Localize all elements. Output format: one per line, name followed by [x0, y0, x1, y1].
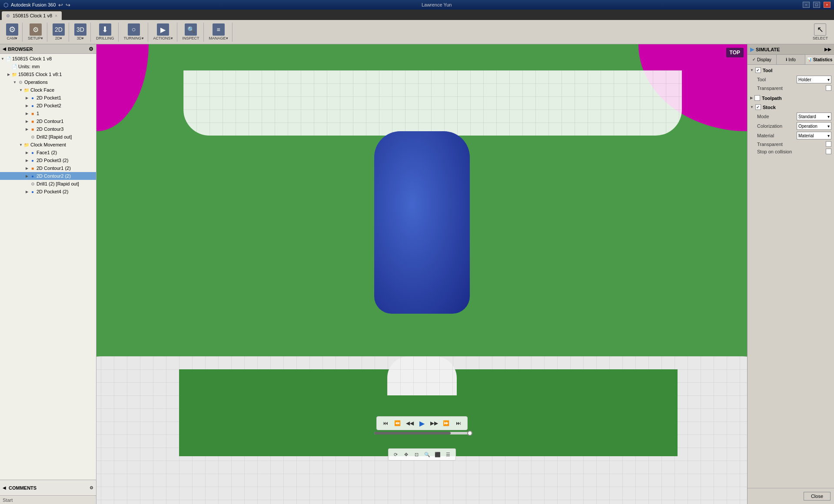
playback-prev-fast-button[interactable]: ⏪: [392, 418, 403, 428]
2d-icon: 2D: [53, 23, 65, 36]
tab-close-button[interactable]: ×: [55, 13, 57, 18]
tree-expand-pocket3[interactable]: ▶: [24, 158, 30, 163]
minimize-button[interactable]: −: [803, 2, 810, 8]
browser-collapse-icon[interactable]: ◀: [3, 46, 6, 51]
select-button[interactable]: ↖ SELECT: [810, 23, 831, 41]
drilling-button[interactable]: ⬇ DRILLING: [93, 23, 117, 41]
comments-toggle-icon[interactable]: ◀: [3, 485, 6, 490]
toolpath-section-header[interactable]: ▶ Toolpath: [750, 95, 831, 101]
tree-expand-contour2_2[interactable]: ▶: [24, 173, 30, 179]
cam-button[interactable]: ⚙ CAM▾: [3, 23, 21, 41]
view-grid-button[interactable]: ☰: [443, 450, 453, 459]
main-tab[interactable]: ⚙ 150815 Clock 1 v8 ×: [2, 11, 62, 20]
browser-settings-icon[interactable]: ⚙: [89, 46, 93, 52]
tool-dropdown[interactable]: Holder ▾: [797, 76, 831, 83]
tree-expand-contour1_2[interactable]: ▶: [24, 166, 30, 171]
tree-expand-contour3[interactable]: ▶: [24, 126, 30, 132]
close-button[interactable]: Close: [804, 492, 831, 501]
tree-item-face1[interactable]: ▶●Face1 (2): [0, 149, 96, 156]
playback-buttons: ⏮ ⏪ ◀◀ ▶ ▶▶ ⏩ ⏭: [376, 416, 468, 430]
view-zoom-button[interactable]: 🔍: [422, 450, 432, 459]
playback-play-button[interactable]: ▶: [417, 418, 427, 428]
tool-transparent-checkbox[interactable]: [826, 85, 831, 91]
tree-expand-clock_face[interactable]: ▼: [18, 87, 23, 93]
tree-item-contour1[interactable]: ▶■1: [0, 109, 96, 117]
simulate-header-left: ▶ SIMULATE: [750, 46, 780, 53]
inspect-button[interactable]: 🔍 INSPECT: [180, 23, 202, 41]
playback-next-fast-button[interactable]: ⏩: [441, 418, 452, 428]
tree-icon-clock_movement: 📁: [23, 142, 30, 148]
tree-item-pocket4[interactable]: ▶●2D Pocket4 (2): [0, 188, 96, 196]
drilling-label: DRILLING: [96, 36, 114, 40]
tree-expand-clock1v81[interactable]: ▶: [6, 72, 11, 77]
turning-button[interactable]: ○ TURNING▾: [121, 23, 146, 41]
setup-button[interactable]: ⚙ SETUP▾: [25, 23, 46, 41]
tool-section-header[interactable]: ▼ ✓ Tool: [750, 67, 831, 73]
tree-item-ops_root[interactable]: ▼⚙Operations: [0, 78, 96, 86]
toolpath-section-checkbox[interactable]: [754, 95, 760, 101]
view-display-button[interactable]: ⬛: [433, 450, 442, 459]
tree-expand-drill_rapid[interactable]: [24, 134, 30, 139]
playback-prev-button[interactable]: ◀◀: [405, 418, 415, 428]
comments-settings-icon[interactable]: ⚙: [90, 485, 93, 490]
view-zoom-fit-button[interactable]: ⊡: [412, 450, 422, 459]
playback-slider[interactable]: [374, 432, 470, 434]
tree-item-contour1_2[interactable]: ▶■2D Contour1 (2): [0, 164, 96, 172]
stock-section-header[interactable]: ▼ ✓ Stock: [750, 104, 831, 110]
tree-item-drill2_rapid[interactable]: ⚙Drill1 (2) [Rapid out]: [0, 180, 96, 188]
tree-item-contour2_2[interactable]: ▶●2D Contour2 (2): [0, 172, 96, 180]
tree-item-pocket3[interactable]: ▶●2D Pocket3 (2): [0, 156, 96, 164]
tree-expand-face1[interactable]: ▶: [24, 150, 30, 155]
close-window-button[interactable]: ×: [824, 2, 831, 8]
stock-mode-dropdown[interactable]: Standard ▾: [797, 113, 831, 120]
view-orbit-button[interactable]: ⟳: [391, 450, 401, 459]
viewport[interactable]: TOP ⏮ ⏪ ◀◀ ▶ ▶▶ ⏩ ⏭ ⟳: [96, 44, 747, 504]
tree-item-drill_rapid[interactable]: ⚙Drill2 [Rapid out]: [0, 133, 96, 141]
tree-expand-drill2_rapid[interactable]: [24, 181, 30, 186]
tree-item-pocket2[interactable]: ▶●2D Pocket2: [0, 102, 96, 109]
tree-expand-root[interactable]: ▼: [0, 56, 5, 61]
restore-button[interactable]: □: [813, 2, 820, 8]
left-panel: ◀ BROWSER ⚙ ▼📄150815 Clock 1 v8 📄Units: …: [0, 44, 96, 504]
actions-button[interactable]: ▶ ACTIONS▾: [151, 23, 176, 41]
tree-item-contour2[interactable]: ▶■2D Contour1: [0, 117, 96, 125]
manage-button[interactable]: ≡ MANAGE▾: [206, 23, 231, 41]
manage-label: MANAGE▾: [209, 36, 228, 40]
stock-material-dropdown[interactable]: Material ▾: [797, 132, 831, 139]
playback-end-button[interactable]: ⏭: [453, 418, 464, 428]
tool-section-checkbox[interactable]: ✓: [755, 67, 761, 73]
tree-item-pocket1[interactable]: ▶●2D Pocket1: [0, 94, 96, 102]
tab-display[interactable]: ✓ Display: [748, 55, 777, 64]
stock-material-row: Material Material ▾: [750, 131, 831, 140]
view-pan-button[interactable]: ✥: [402, 450, 411, 459]
tree-expand-contour2[interactable]: ▶: [24, 119, 30, 124]
redo-icon[interactable]: ↪: [66, 2, 70, 8]
tree-item-contour3[interactable]: ▶■2D Contour3: [0, 125, 96, 133]
tree-expand-clock_movement[interactable]: ▼: [18, 142, 23, 147]
3d-button[interactable]: 3D 3D▾: [72, 23, 89, 41]
playback-start-button[interactable]: ⏮: [380, 418, 391, 428]
tree-expand-pocket1[interactable]: ▶: [24, 95, 30, 100]
stock-section-checkbox[interactable]: ✓: [755, 104, 761, 110]
tree-item-clock1v81[interactable]: ▶📁150815 Clock 1 v8:1: [0, 70, 96, 78]
tree-expand-pocket2[interactable]: ▶: [24, 103, 30, 108]
stop-collision-checkbox[interactable]: [826, 149, 831, 154]
2d-button[interactable]: 2D 2D▾: [50, 23, 67, 41]
tree-item-root[interactable]: ▼📄150815 Clock 1 v8: [0, 55, 96, 63]
tree-icon-pocket2: ●: [30, 103, 36, 109]
tab-statistics[interactable]: 📊 Statistics: [805, 55, 834, 64]
tree-expand-ops_root[interactable]: ▼: [12, 80, 17, 85]
tree-item-clock_face[interactable]: ▼📁Clock Face: [0, 86, 96, 94]
tree-expand-units[interactable]: [6, 64, 11, 69]
tree-item-clock_movement[interactable]: ▼📁Clock Movement: [0, 141, 96, 149]
simulate-expand-icon[interactable]: ▶▶: [824, 47, 831, 52]
playback-thumb[interactable]: [467, 431, 472, 436]
tree-item-units[interactable]: 📄Units: mm: [0, 63, 96, 70]
tree-expand-pocket4[interactable]: ▶: [24, 189, 30, 194]
tab-info[interactable]: ℹ Info: [777, 55, 806, 64]
stock-transparent-checkbox[interactable]: [826, 141, 831, 147]
tree-expand-contour1[interactable]: ▶: [24, 111, 30, 116]
playback-next-button[interactable]: ▶▶: [429, 418, 439, 428]
undo-icon[interactable]: ↩: [58, 2, 63, 8]
stock-colorization-dropdown[interactable]: Operation ▾: [797, 122, 831, 130]
